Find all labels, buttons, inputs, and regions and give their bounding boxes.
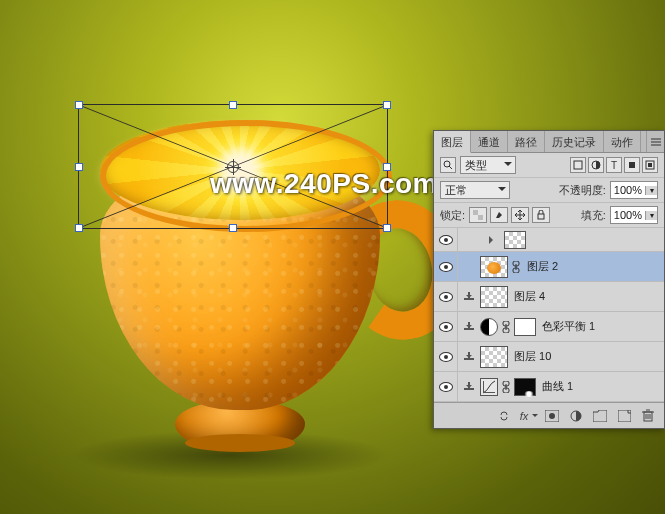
transform-handle-top-right[interactable] [383,101,391,109]
svg-line-6 [449,166,452,169]
eye-icon [439,292,453,302]
layers-panel[interactable]: 图层 通道 路径 历史记录 动作 类型 T 正常 不透明度: 100% ▾ 锁定… [433,130,665,429]
new-group-button[interactable] [592,408,608,424]
layers-panel-bottom-bar: fx [434,402,664,428]
visibility-toggle[interactable] [434,228,458,251]
clip-arrow-icon [464,292,474,302]
eye-icon [439,352,453,362]
link-layers-button[interactable] [496,408,512,424]
fill-value: 100% [611,209,645,221]
svg-rect-7 [574,161,582,169]
fill-label: 填充: [581,208,606,223]
link-icon [501,321,511,333]
new-layer-button[interactable] [616,408,632,424]
lock-transparency-icon[interactable] [469,207,487,223]
svg-rect-14 [538,214,544,219]
delete-layer-button[interactable] [640,408,656,424]
svg-rect-9 [629,162,635,168]
layer-thumbnail [504,231,526,249]
visibility-toggle[interactable] [434,342,458,371]
svg-rect-11 [648,163,652,167]
lock-all-icon[interactable] [532,207,550,223]
svg-rect-13 [478,215,483,220]
svg-rect-27 [618,410,631,422]
color-balance-icon[interactable] [480,318,498,336]
layer-thumbnail[interactable] [480,256,508,278]
visibility-toggle[interactable] [434,312,458,341]
lock-fill-row: 锁定: 填充: 100% ▾ [434,203,664,228]
layer-name[interactable]: 图层 10 [514,349,551,364]
clipping-indicator [458,282,480,311]
filter-search-icon[interactable] [440,157,456,173]
opacity-label: 不透明度: [559,183,606,198]
layer-indent [458,252,480,281]
transform-handle-top-left[interactable] [75,101,83,109]
visibility-toggle[interactable] [434,282,458,311]
layer-row-adjustment[interactable]: 曲线 1 [434,372,664,402]
transform-handle-bottom-center[interactable] [229,224,237,232]
eye-icon [439,235,453,245]
eye-icon [439,382,453,392]
transform-handle-top-center[interactable] [229,101,237,109]
clipping-indicator [458,312,480,341]
filter-smart-icon[interactable] [642,157,658,173]
opacity-input[interactable]: 100% ▾ [610,181,658,199]
link-icon [511,261,521,273]
layer-name[interactable]: 色彩平衡 1 [542,319,595,334]
fill-input[interactable]: 100% ▾ [610,206,658,224]
chevron-down-icon[interactable]: ▾ [645,211,657,220]
layer-name[interactable]: 图层 4 [514,289,545,304]
filter-kind-select[interactable]: 类型 [460,156,516,174]
link-icon [501,381,511,393]
lock-label: 锁定: [440,208,465,223]
layer-thumbnail[interactable] [480,346,508,368]
transform-handle-mid-left[interactable] [75,163,83,171]
layer-name[interactable]: 图层 2 [527,259,558,274]
clip-arrow-icon [464,322,474,332]
clip-arrow-icon [464,382,474,392]
visibility-toggle[interactable] [434,372,458,401]
tab-actions[interactable]: 动作 [604,131,641,152]
filter-pixel-icon[interactable] [570,157,586,173]
new-adjustment-button[interactable] [568,408,584,424]
opacity-value: 100% [611,184,645,196]
svg-rect-12 [473,210,478,215]
blend-opacity-row: 正常 不透明度: 100% ▾ [434,178,664,203]
layer-row-group-stub[interactable] [434,228,664,252]
transform-handle-bottom-left[interactable] [75,224,83,232]
tab-layers[interactable]: 图层 [434,131,471,153]
transform-handle-bottom-right[interactable] [383,224,391,232]
lock-pixels-icon[interactable] [490,207,508,223]
layer-row-adjustment[interactable]: 色彩平衡 1 [434,312,664,342]
chevron-down-icon[interactable]: ▾ [645,186,657,195]
tab-history[interactable]: 历史记录 [545,131,604,152]
lock-position-icon[interactable] [511,207,529,223]
tab-channels[interactable]: 通道 [471,131,508,152]
layer-thumbnail[interactable] [480,286,508,308]
filter-adjustment-icon[interactable] [588,157,604,173]
curves-icon[interactable] [480,378,498,396]
layer-row[interactable]: 图层 4 [434,282,664,312]
clip-arrow-icon [464,352,474,362]
filter-shape-icon[interactable] [624,157,640,173]
visibility-toggle[interactable] [434,252,458,281]
tab-paths[interactable]: 路径 [508,131,545,152]
layer-style-button[interactable]: fx [520,408,536,424]
layer-mask-thumbnail[interactable] [514,318,536,336]
layer-name[interactable]: 曲线 1 [542,379,573,394]
svg-point-25 [549,413,555,419]
panel-menu-button[interactable] [646,131,664,152]
blend-mode-select[interactable]: 正常 [440,181,510,199]
eye-icon [439,322,453,332]
free-transform-bounding-box[interactable] [78,104,388,229]
filter-type-icon[interactable]: T [606,157,622,173]
layer-row[interactable]: 图层 10 [434,342,664,372]
layer-mask-thumbnail[interactable] [514,378,536,396]
layer-row-selected[interactable]: 图层 2 [434,252,664,282]
layer-filter-row: 类型 T [434,153,664,178]
layer-list: 图层 2 图层 4 色彩平衡 1 图层 10 [434,228,664,402]
panel-tab-strip: 图层 通道 路径 历史记录 动作 [434,131,664,153]
clipping-indicator [458,342,480,371]
add-mask-button[interactable] [544,408,560,424]
chevron-right-icon[interactable] [489,236,497,244]
